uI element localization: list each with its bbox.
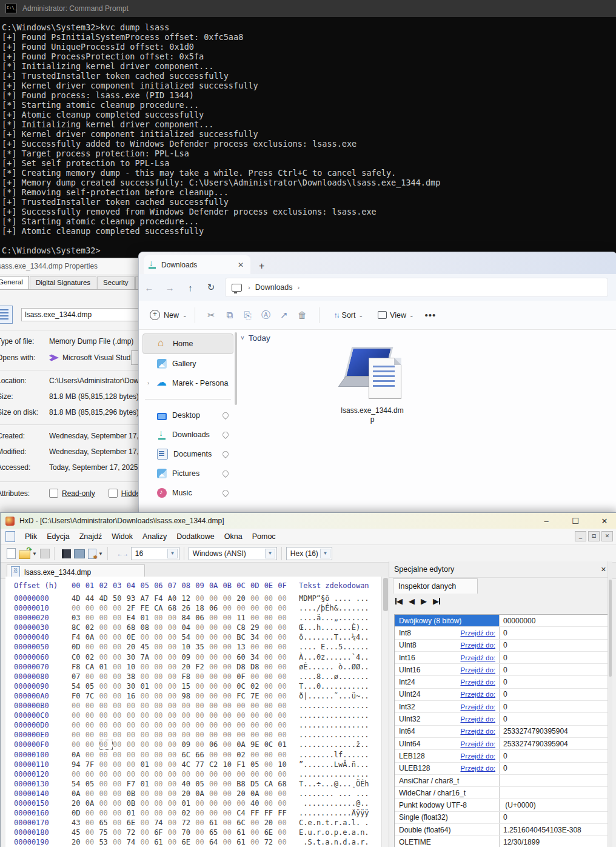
hex-byte[interactable]: FE xyxy=(140,603,154,613)
hex-byte[interactable]: 00 xyxy=(140,662,154,672)
inspector-row-uint8[interactable]: UInt8Przejdź do:0 xyxy=(395,640,611,652)
hex-byte[interactable]: 00 xyxy=(168,828,182,837)
hex-byte[interactable]: 00 xyxy=(140,711,154,720)
hex-byte[interactable]: 00 xyxy=(154,632,168,642)
data-inspector-tab[interactable]: Inspektor danych xyxy=(393,578,478,594)
hex-byte[interactable]: 00 xyxy=(209,730,223,740)
hex-byte[interactable]: 03 xyxy=(72,613,85,623)
hex-byte[interactable]: 00 xyxy=(195,730,209,740)
hex-byte[interactable]: 00 xyxy=(209,750,223,760)
hex-byte[interactable]: 00 xyxy=(168,632,182,642)
hex-byte[interactable]: 00 xyxy=(223,652,237,662)
hex-byte[interactable]: 00 xyxy=(113,632,127,642)
hex-byte[interactable]: 0C xyxy=(264,740,278,749)
hex-byte[interactable]: 00 xyxy=(182,701,196,711)
hex-byte[interactable]: 00 xyxy=(250,711,264,720)
hex-byte[interactable]: 00 xyxy=(168,740,182,749)
hex-byte[interactable]: 00 xyxy=(264,720,278,730)
open-file-button[interactable] xyxy=(19,551,30,559)
hex-byte[interactable]: D8 xyxy=(250,662,264,672)
hex-byte[interactable]: 00 xyxy=(113,769,127,779)
inspector-row-uint64[interactable]: UInt64Przejdź do:2533274790395904 xyxy=(395,738,611,750)
hex-byte[interactable]: 00 xyxy=(278,691,292,701)
inspector-value[interactable]: 00000000 xyxy=(499,615,611,626)
hex-byte[interactable]: 61 xyxy=(154,837,168,847)
hex-byte[interactable]: 00 xyxy=(140,789,154,798)
hex-byte[interactable]: 00 xyxy=(99,691,113,701)
forward-button[interactable]: → xyxy=(159,283,180,293)
hex-byte[interactable]: 00 xyxy=(168,711,182,720)
hex-byte[interactable]: 00 xyxy=(195,594,209,603)
hex-byte[interactable]: 00 xyxy=(278,798,292,808)
goto-link[interactable]: Przejdź do: xyxy=(460,728,499,735)
hex-byte[interactable]: 00 xyxy=(140,798,154,808)
hex-byte[interactable]: 00 xyxy=(154,613,168,623)
hex-byte[interactable]: 98 xyxy=(182,691,196,701)
hex-byte[interactable]: 00 xyxy=(278,730,292,740)
hex-byte[interactable]: 0B xyxy=(127,789,141,798)
decoded-text[interactable]: ô.......T...¼4.. xyxy=(299,632,369,642)
hex-byte[interactable]: 00 xyxy=(278,652,292,662)
hex-byte[interactable]: 00 xyxy=(209,779,223,789)
hex-byte[interactable]: 00 xyxy=(72,701,85,711)
hex-byte[interactable]: 00 xyxy=(140,828,154,837)
hex-byte[interactable]: 00 xyxy=(127,740,141,749)
goto-link[interactable]: Przejdź do: xyxy=(460,715,499,723)
hex-byte[interactable]: 61 xyxy=(236,837,250,847)
hex-byte[interactable]: BC xyxy=(236,632,250,642)
hex-byte[interactable]: 00 xyxy=(72,769,85,779)
hex-byte[interactable]: 05 xyxy=(250,760,264,769)
inspector-value[interactable]: 2533274790395904 xyxy=(499,726,611,737)
hex-byte[interactable]: 26 xyxy=(182,603,196,613)
hex-byte[interactable]: 2F xyxy=(127,603,141,613)
hex-byte[interactable]: 01 xyxy=(99,662,113,672)
hex-byte[interactable]: 00 xyxy=(195,632,209,642)
open-ram-button[interactable] xyxy=(74,549,85,558)
hex-byte[interactable]: 00 xyxy=(154,652,168,662)
hex-byte[interactable]: 00 xyxy=(223,779,237,789)
hex-byte[interactable]: 00 xyxy=(72,603,85,613)
hex-byte[interactable]: 00 xyxy=(209,632,223,642)
menu-dodatkowe[interactable]: Dodatkowe xyxy=(172,532,219,541)
inspector-value[interactable]: 0 xyxy=(499,676,611,688)
hex-byte[interactable]: 00 xyxy=(195,672,209,681)
hex-byte[interactable]: 00 xyxy=(264,613,278,623)
decoded-text[interactable]: .... E...5...... xyxy=(299,642,369,652)
hex-byte[interactable]: 10 xyxy=(127,662,141,672)
hex-byte[interactable]: 00 xyxy=(85,672,99,681)
hex-byte[interactable]: 00 xyxy=(168,750,182,760)
hex-byte[interactable]: 09 xyxy=(182,652,196,662)
hex-byte[interactable]: 01 xyxy=(182,798,196,808)
hex-byte[interactable]: 00 xyxy=(195,798,209,808)
hex-byte[interactable]: 34 xyxy=(250,652,264,662)
hex-byte[interactable]: E4 xyxy=(127,613,141,623)
hex-byte[interactable]: 00 xyxy=(168,652,182,662)
hex-byte[interactable]: 9E xyxy=(250,740,264,749)
hex-byte[interactable]: F8 xyxy=(182,672,196,681)
decoded-text[interactable]: T...0........... xyxy=(299,681,369,691)
hex-byte[interactable]: 00 xyxy=(236,720,250,730)
hex-byte[interactable]: 8C xyxy=(72,623,85,632)
hex-byte[interactable]: 00 xyxy=(264,632,278,642)
hex-byte[interactable]: 74 xyxy=(154,818,168,828)
decoded-text[interactable]: ............Äÿÿÿ xyxy=(299,808,369,818)
inspector-value[interactable]: 0 xyxy=(499,627,611,638)
hex-byte[interactable]: 00 xyxy=(182,730,196,740)
hex-byte[interactable]: F8 xyxy=(72,662,85,672)
hex-byte[interactable]: 00 xyxy=(99,720,113,730)
decoded-text[interactable]: ð|......˜...ü~.. xyxy=(299,691,369,701)
hex-byte[interactable]: 00 xyxy=(113,642,127,652)
hex-byte[interactable]: 00 xyxy=(209,623,223,632)
sidebar-item-documents[interactable]: Documents xyxy=(142,444,233,464)
hex-byte[interactable]: 61 xyxy=(209,818,223,828)
hex-byte[interactable]: 00 xyxy=(140,730,154,740)
hex-byte[interactable]: 0A xyxy=(72,750,85,760)
hex-byte[interactable]: 00 xyxy=(168,642,182,652)
hex-byte[interactable]: 00 xyxy=(113,603,127,613)
decoded-text[interactable]: E.u.r.o.p.e.a.n. xyxy=(299,828,369,837)
hex-byte[interactable]: 00 xyxy=(72,740,85,749)
hex-byte[interactable]: 00 xyxy=(264,711,278,720)
hex-byte[interactable]: 01 xyxy=(140,613,154,623)
hex-byte[interactable]: 00 xyxy=(85,701,99,711)
hex-byte[interactable]: 00 xyxy=(195,769,209,779)
